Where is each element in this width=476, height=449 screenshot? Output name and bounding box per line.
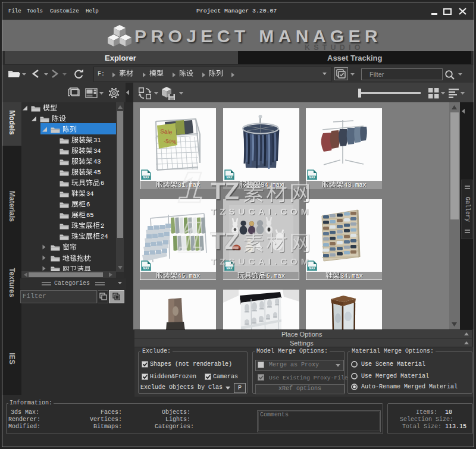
- svg-text:-50%: -50%: [164, 138, 177, 145]
- svg-text:Sale: Sale: [160, 128, 173, 136]
- svg-text:MAX: MAX: [309, 267, 316, 270]
- svg-text:MAX: MAX: [143, 176, 149, 179]
- svg-text:MAX: MAX: [309, 176, 316, 179]
- svg-text:MAX: MAX: [143, 267, 149, 270]
- svg-text:MAX: MAX: [226, 267, 233, 270]
